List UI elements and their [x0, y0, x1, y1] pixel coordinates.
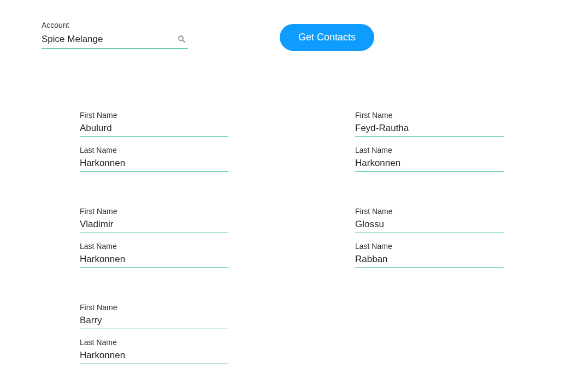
first-name-field: First Name — [80, 303, 228, 329]
account-label: Account — [42, 21, 188, 29]
first-name-input-wrap — [80, 314, 228, 329]
first-name-input[interactable] — [355, 218, 504, 231]
search-icon[interactable] — [176, 33, 188, 45]
first-name-field: First Name — [355, 111, 504, 137]
last-name-input-wrap — [80, 349, 228, 364]
first-name-field: First Name — [355, 207, 504, 233]
contact-card: First NameLast Name — [80, 303, 228, 364]
last-name-field: Last Name — [80, 146, 228, 172]
get-contacts-button[interactable]: Get Contacts — [280, 24, 374, 51]
last-name-input[interactable] — [80, 157, 228, 170]
last-name-input-wrap — [80, 157, 228, 172]
last-name-field: Last Name — [355, 242, 504, 268]
contact-card: First NameLast Name — [355, 111, 504, 172]
account-field: Account — [42, 21, 188, 49]
last-name-label: Last Name — [80, 146, 228, 155]
last-name-input[interactable] — [355, 157, 504, 170]
last-name-label: Last Name — [355, 242, 504, 251]
account-input[interactable] — [42, 33, 176, 46]
first-name-field: First Name — [80, 207, 228, 233]
contact-card: First NameLast Name — [80, 207, 228, 268]
last-name-input[interactable] — [355, 253, 504, 266]
first-name-input[interactable] — [80, 314, 228, 327]
last-name-input-wrap — [355, 253, 504, 268]
first-name-input-wrap — [80, 122, 228, 137]
first-name-field: First Name — [80, 111, 228, 137]
first-name-input[interactable] — [80, 218, 228, 231]
last-name-field: Last Name — [355, 146, 504, 172]
first-name-label: First Name — [80, 111, 228, 120]
last-name-input[interactable] — [80, 253, 228, 266]
last-name-label: Last Name — [355, 146, 504, 155]
contact-card: First NameLast Name — [80, 111, 228, 172]
first-name-input-wrap — [80, 218, 228, 233]
first-name-input-wrap — [355, 218, 504, 233]
last-name-input[interactable] — [80, 349, 228, 362]
header: Account Get Contacts — [0, 0, 578, 51]
last-name-label: Last Name — [80, 242, 228, 251]
last-name-input-wrap — [355, 157, 504, 172]
contacts-grid: First NameLast NameFirst NameLast NameFi… — [0, 111, 578, 364]
first-name-input-wrap — [355, 122, 504, 137]
last-name-field: Last Name — [80, 338, 228, 364]
first-name-label: First Name — [80, 303, 228, 312]
first-name-label: First Name — [80, 207, 228, 216]
last-name-field: Last Name — [80, 242, 228, 268]
first-name-label: First Name — [355, 111, 504, 120]
contact-card: First NameLast Name — [355, 207, 504, 268]
last-name-input-wrap — [80, 253, 228, 268]
first-name-input[interactable] — [355, 122, 504, 135]
account-input-wrap — [42, 33, 188, 49]
first-name-label: First Name — [355, 207, 504, 216]
last-name-label: Last Name — [80, 338, 228, 347]
first-name-input[interactable] — [80, 122, 228, 135]
